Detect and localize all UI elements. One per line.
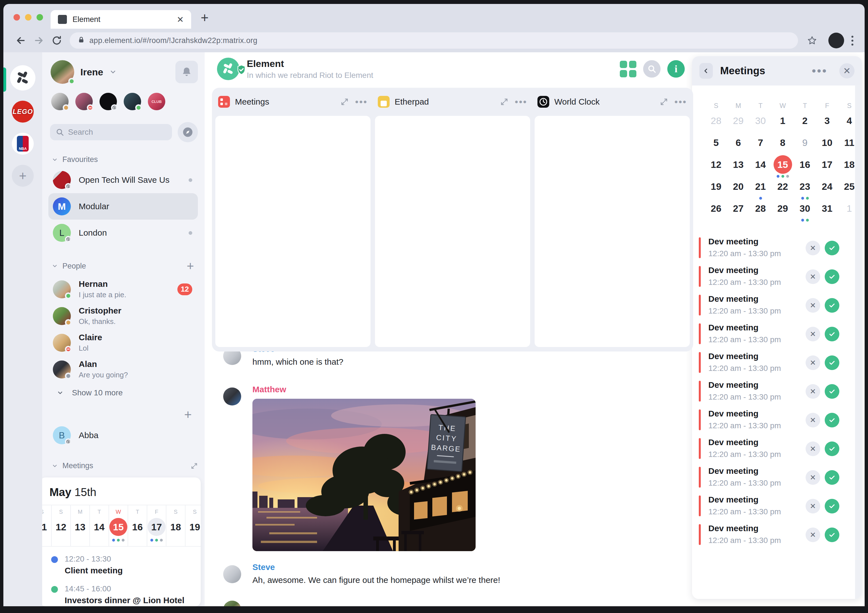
- calendar-day-cell[interactable]: 2: [794, 110, 816, 132]
- sender-name[interactable]: Steve: [253, 562, 500, 572]
- dismiss-meeting-button[interactable]: ✕: [806, 499, 820, 514]
- confirm-meeting-button[interactable]: [825, 470, 839, 485]
- calendar-day-cell[interactable]: 29: [727, 110, 749, 132]
- calendar-day-cell[interactable]: 3: [816, 110, 838, 132]
- calendar-day-cell[interactable]: 25: [838, 175, 860, 197]
- message-composer[interactable]: Send a message…: [223, 601, 324, 606]
- room-search-button[interactable]: [643, 60, 660, 78]
- expand-icon[interactable]: [500, 98, 508, 106]
- confirm-meeting-button[interactable]: [825, 528, 839, 542]
- person-item-alan[interactable]: AlanAre you going?: [48, 356, 198, 383]
- zoom-window-button[interactable]: [37, 14, 43, 20]
- user-name[interactable]: Irene: [81, 67, 103, 78]
- confirm-meeting-button[interactable]: [825, 441, 839, 456]
- calendar-day-cell[interactable]: 15: [772, 154, 794, 175]
- show-more-button[interactable]: Show 10 more: [57, 388, 198, 397]
- room-item-open-tech-will-save-us[interactable]: Open Tech Will Save Us: [48, 167, 198, 193]
- confirm-meeting-button[interactable]: [825, 499, 839, 514]
- calendar-day-cell[interactable]: 22: [772, 175, 794, 197]
- week-strip-day[interactable]: S18: [166, 505, 186, 546]
- meeting-item[interactable]: Dev meeting12:20 am - 13:30 pm✕: [692, 521, 862, 550]
- meeting-item[interactable]: Dev meeting12:20 am - 13:30 pm✕: [692, 407, 862, 435]
- image-attachment[interactable]: THE CITY BARGE: [253, 399, 476, 551]
- confirm-meeting-button[interactable]: [825, 298, 839, 313]
- new-tab-button[interactable]: +: [201, 10, 209, 25]
- confirm-meeting-button[interactable]: [825, 241, 839, 255]
- person-item-hernan[interactable]: HernanI just ate a pie.12: [48, 276, 198, 303]
- room-item-modular[interactable]: MModular: [48, 193, 198, 220]
- user-avatar[interactable]: [51, 60, 74, 84]
- confirm-meeting-button[interactable]: [825, 355, 839, 370]
- calendar-day-cell[interactable]: 23: [794, 175, 816, 197]
- close-icon[interactable]: ✕: [839, 63, 854, 78]
- week-strip-day[interactable]: W15: [109, 505, 128, 546]
- calendar-day-cell[interactable]: 26: [705, 197, 727, 219]
- dismiss-meeting-button[interactable]: ✕: [806, 327, 820, 341]
- tab-close-icon[interactable]: ✕: [177, 15, 184, 25]
- week-strip-day[interactable]: T16: [128, 505, 147, 546]
- address-bar[interactable]: app.element.io/#/room/!Jcrahskdw22p:matr…: [70, 33, 798, 49]
- panel-menu-icon[interactable]: •••: [812, 64, 828, 78]
- dismiss-meeting-button[interactable]: ✕: [806, 269, 820, 284]
- calendar-day-cell[interactable]: 20: [727, 175, 749, 197]
- chevron-down-icon[interactable]: [109, 68, 117, 76]
- search-input[interactable]: Search: [50, 124, 172, 140]
- calendar-day-cell[interactable]: 30: [749, 110, 772, 132]
- calendar-day-cell[interactable]: 31: [816, 197, 838, 219]
- calendar-day-cell[interactable]: 17: [816, 154, 838, 175]
- calendar-day-cell[interactable]: 1: [772, 110, 794, 132]
- dismiss-meeting-button[interactable]: ✕: [806, 528, 820, 542]
- person-item-cristopher[interactable]: CristopherOk, thanks.: [48, 303, 198, 329]
- meeting-item[interactable]: Dev meeting12:20 am - 13:30 pm✕: [692, 321, 862, 349]
- apps-grid-button[interactable]: [620, 61, 636, 77]
- calendar-day-cell[interactable]: 7: [749, 132, 772, 154]
- dismiss-meeting-button[interactable]: ✕: [806, 241, 820, 255]
- person-item-claire[interactable]: ClaireLol: [48, 329, 198, 356]
- dismiss-meeting-button[interactable]: ✕: [806, 384, 820, 399]
- calendar-day-cell[interactable]: 19: [705, 175, 727, 197]
- calendar-day-cell[interactable]: 6: [727, 132, 749, 154]
- confirm-meeting-button[interactable]: [825, 413, 839, 427]
- meeting-item[interactable]: Dev meeting12:20 am - 13:30 pm✕: [692, 234, 862, 263]
- week-strip-day[interactable]: S12: [52, 505, 71, 546]
- calendar-day-cell[interactable]: 21: [749, 175, 772, 197]
- forward-icon[interactable]: [30, 31, 48, 50]
- calendar-day-cell[interactable]: 8: [772, 132, 794, 154]
- browser-profile-avatar[interactable]: [828, 33, 844, 48]
- calendar-day-cell[interactable]: 24: [816, 175, 838, 197]
- browser-tab[interactable]: Element ✕: [51, 10, 191, 29]
- expand-icon[interactable]: [191, 462, 198, 470]
- calendar-day-cell[interactable]: 9: [794, 132, 816, 154]
- explore-compass-button[interactable]: [178, 122, 198, 142]
- calendar-day-cell[interactable]: 1: [838, 197, 860, 219]
- man-glasses-avatar[interactable]: [75, 93, 93, 110]
- calendar-day-cell[interactable]: 13: [727, 154, 749, 175]
- add-person-button[interactable]: +: [187, 259, 194, 273]
- dismiss-meeting-button[interactable]: ✕: [806, 441, 820, 456]
- calendar-day-cell[interactable]: 14: [749, 154, 772, 175]
- calendar-day-cell[interactable]: 30: [794, 197, 816, 219]
- meeting-item[interactable]: Dev meeting12:20 am - 13:30 pm✕: [692, 292, 862, 321]
- room-info-button[interactable]: i: [667, 60, 685, 78]
- calendar-day-cell[interactable]: 29: [772, 197, 794, 219]
- space-element[interactable]: [10, 65, 36, 90]
- back-icon[interactable]: [12, 31, 30, 50]
- room-item-london[interactable]: LLondon: [48, 220, 198, 246]
- week-strip-day[interactable]: T14: [90, 505, 109, 546]
- add-room-button[interactable]: +: [184, 407, 192, 422]
- calendar-event[interactable]: 14:45 - 16:00Investors dinner @ Lion Hot…: [51, 584, 192, 605]
- expand-icon[interactable]: [340, 98, 349, 106]
- calendar-day-cell[interactable]: 12: [705, 154, 727, 175]
- etherpad-widget-body[interactable]: [375, 116, 530, 347]
- section-people[interactable]: People +: [52, 259, 198, 273]
- meeting-item[interactable]: Dev meeting12:20 am - 13:30 pm✕: [692, 464, 862, 493]
- widget-menu-icon[interactable]: •••: [674, 96, 687, 107]
- calendar-day-cell[interactable]: 16: [794, 154, 816, 175]
- space-nba[interactable]: NBA: [12, 133, 34, 155]
- room-item-abba[interactable]: BAbba: [48, 422, 198, 448]
- section-favourites[interactable]: Favourites: [52, 155, 198, 164]
- man-with-cap-avatar[interactable]: [51, 93, 68, 110]
- dismiss-meeting-button[interactable]: ✕: [806, 298, 820, 313]
- calendar-day-cell[interactable]: 4: [838, 110, 860, 132]
- space-lego[interactable]: LEGO: [12, 101, 34, 123]
